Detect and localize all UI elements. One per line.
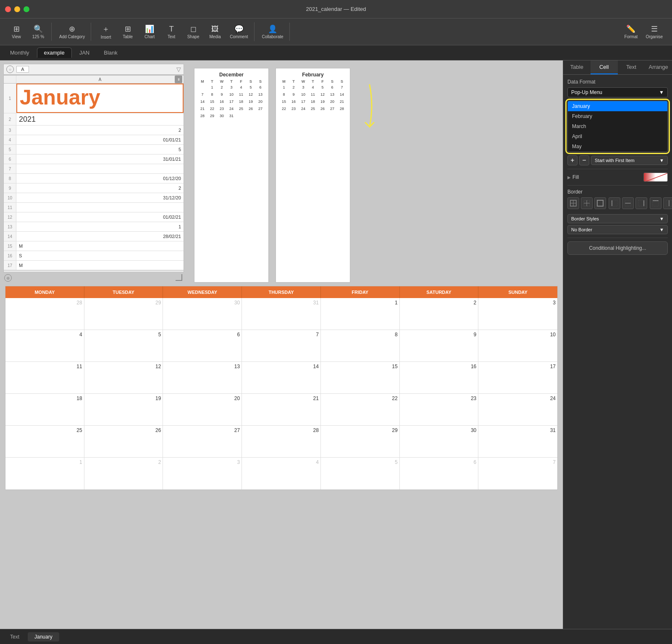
pause-button[interactable]: ⏸ [175,76,182,83]
tab-example[interactable]: example [37,47,72,58]
january-cell[interactable]: January [16,84,184,113]
shape-button[interactable]: ◻ Shape [183,23,204,41]
comment-button[interactable]: 💬 Comment [226,23,251,41]
border-btn-vmid[interactable] [663,197,672,209]
tab-table[interactable]: Table [563,60,591,74]
border-grid-3 [650,197,672,209]
table-row: 10 31/12/20 [4,193,184,203]
cal-hdr-friday: FRIDAY [321,286,400,298]
tab-monthly[interactable]: Monthly [3,48,36,58]
cal-cell: 10 [478,330,557,362]
feb-cell: 24 [299,105,308,112]
border-btn-inner[interactable] [581,197,593,209]
feb-cell: 26 [318,105,327,112]
comment-label: Comment [230,34,248,39]
row-num-5: 5 [4,145,16,154]
insert-button[interactable]: ＋ Insert [95,22,116,41]
row-num-1: 1 [4,84,16,113]
fill-color-preview[interactable] [643,173,668,182]
feb-cell: 27 [328,105,337,112]
view-button[interactable]: ⊞ View [6,23,27,41]
formula-bar: ○ A ▽ [3,64,184,75]
dropdown-item-may[interactable]: May [568,141,667,152]
divider-2 [567,185,668,186]
dec-hdr: S [256,79,265,84]
dec-cell: 31 [227,113,236,119]
add-row-icon[interactable]: ⊕ [4,274,12,282]
minimize-button[interactable] [14,6,20,12]
chart-icon: 📊 [145,24,154,34]
tab-cell[interactable]: Cell [591,60,618,74]
cell-11a [16,203,184,212]
bottom-tab-text[interactable]: Text [3,632,26,641]
conditional-highlighting-button[interactable]: Conditional Highlighting... [567,241,668,255]
no-border-chevron-icon: ▼ [659,227,664,232]
border-btn-left[interactable] [609,197,620,209]
cell-14a: 28/02/21 [16,232,184,241]
tab-blank[interactable]: Blank [97,48,124,58]
table-row: 5 5 [4,145,184,154]
organise-button[interactable]: ☰ Organise [642,23,666,41]
cal-cell: 29 [84,298,163,330]
fill-label: Fill [572,174,579,180]
table-row: 1 January [4,84,184,113]
formula-expand-icon[interactable]: ▽ [176,66,181,73]
dec-cell: 4 [236,84,246,91]
tab-jan[interactable]: JAN [73,48,97,58]
zoom-button[interactable]: 🔍 125 % [28,23,49,41]
collaborate-button[interactable]: 👤 Collaborate [259,23,287,41]
table-bottom-controls: ⊕ [3,273,184,283]
text-button[interactable]: T Text [161,23,182,41]
tab-arrange[interactable]: Arrange [645,60,672,74]
start-with-dropdown[interactable]: Start with First Item ▼ [591,156,668,165]
table-button[interactable]: ⊞ Table [117,23,138,41]
remove-item-button[interactable]: − [579,155,589,165]
border-btn-outer[interactable] [594,197,606,209]
text-label: Text [168,34,175,39]
popup-menu-list: January February March April May [567,101,668,152]
resize-handle[interactable] [176,274,182,281]
table-row: 9 2 [4,183,184,193]
border-vmid-icon [666,200,672,207]
close-button[interactable] [5,6,11,12]
border-btn-hmid[interactable] [622,197,634,209]
border-styles-dropdown[interactable]: Border Styles ▼ [567,214,668,223]
table-row: 15 M [4,241,184,251]
cell-15a: M [16,241,184,251]
add-item-button[interactable]: + [567,155,578,165]
table-row: 14 28/02/21 [4,232,184,241]
dropdown-item-january[interactable]: January [568,101,667,111]
dropdown-item-march[interactable]: March [568,121,667,131]
dropdown-item-february[interactable]: February [568,111,667,121]
row-num-14: 14 [4,232,16,241]
feb-cell: 8 [279,91,289,98]
row-num-10: 10 [4,193,16,202]
no-border-dropdown[interactable]: No Border ▼ [567,225,668,234]
chart-button[interactable]: 📊 Chart [139,23,160,41]
dropdown-item-april[interactable]: April [568,131,667,141]
year-cell: 2021 [16,113,184,125]
bottom-tab-january[interactable]: January [28,632,59,641]
popup-menu-dropdown[interactable]: Pop-Up Menu ▼ [567,87,668,97]
maximize-button[interactable] [24,6,29,12]
tab-text[interactable]: Text [618,60,645,74]
border-btn-all[interactable] [567,197,579,209]
media-button[interactable]: 🖼 Media [205,23,226,41]
border-btn-top[interactable] [650,197,662,209]
format-button[interactable]: ✏️ Format [620,23,641,41]
cal-cell: 12 [84,362,163,394]
border-btn-right[interactable] [635,197,647,209]
sheet-tabs-bar: Monthly example JAN Blank [0,45,672,60]
cal-hdr-monday: MONDAY [5,286,84,298]
cal-cell: 6 [400,458,479,490]
window-controls[interactable] [5,6,29,12]
toolbar: ⊞ View 🔍 125 % ⊕ Add Category ＋ Insert ⊞… [0,18,672,45]
dec-cell: 27 [256,105,265,112]
cal-cell: 17 [478,362,557,394]
dec-cell: 13 [256,91,265,98]
cal-cell: 4 [5,330,84,362]
collapse-icon[interactable]: ○ [6,65,14,73]
media-icon: 🖼 [211,25,219,34]
add-category-button[interactable]: ⊕ Add Category [56,23,88,41]
window-title: 2021_calendar — Edited [306,6,366,12]
